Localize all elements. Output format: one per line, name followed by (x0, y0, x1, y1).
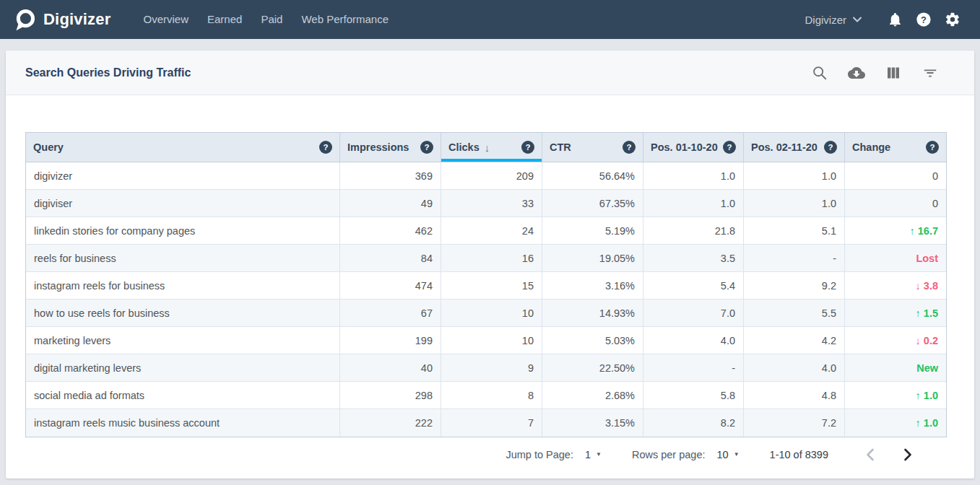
cell-ctr: 3.15% (542, 409, 643, 437)
help-button[interactable]: ? (909, 5, 938, 34)
cell-query: reels for business (26, 245, 340, 272)
chevron-down-icon (853, 17, 862, 22)
card-toolbar (812, 65, 938, 81)
cell-query: marketing levers (26, 327, 340, 354)
up-arrow-icon: ↑ (916, 307, 921, 319)
next-page-button[interactable] (898, 445, 918, 465)
table-row: linkedin stories for company pages462245… (26, 217, 946, 245)
filter-button[interactable] (922, 65, 938, 81)
filter-icon (922, 65, 938, 81)
column-header-impressions[interactable]: Impressions? (340, 133, 441, 162)
cell-pos1: 4.0 (643, 327, 744, 354)
caret-down-icon: ▼ (596, 451, 602, 458)
help-icon[interactable]: ? (521, 141, 534, 154)
help-icon[interactable]: ? (926, 141, 939, 154)
cell-ctr: 22.50% (542, 354, 643, 382)
navbar: Digivizer Overview Earned Paid Web Perfo… (0, 0, 980, 39)
search-button[interactable] (812, 65, 828, 81)
cell-clicks: 209 (441, 162, 542, 190)
cell-query: social media ad formats (26, 382, 340, 409)
prev-page-button[interactable] (860, 445, 880, 465)
column-header-change[interactable]: Change? (845, 133, 946, 162)
rows-per-page-select[interactable]: 10 ▼ (717, 449, 740, 460)
cell-pos1: 7.0 (643, 300, 744, 327)
column-header-query[interactable]: Query? (26, 133, 340, 162)
cell-pos2: 1.0 (744, 162, 845, 190)
up-arrow-icon: ↑ (910, 225, 915, 237)
account-menu[interactable]: Digivizer (805, 14, 862, 26)
table-container: Query?Impressions?Clicks↓?CTR?Pos. 01-10… (25, 132, 974, 437)
cell-pos1: 1.0 (643, 190, 744, 217)
nav-item-overview[interactable]: Overview (134, 0, 199, 39)
settings-button[interactable] (938, 5, 967, 34)
help-icon[interactable]: ? (824, 141, 837, 154)
cell-ctr: 5.03% (542, 327, 643, 354)
cell-clicks: 7 (441, 409, 542, 437)
gear-icon (945, 12, 961, 27)
cell-clicks: 9 (441, 354, 542, 382)
cell-clicks: 8 (441, 382, 542, 409)
chevron-right-icon (903, 448, 912, 461)
column-label: Clicks (448, 141, 480, 153)
columns-button[interactable] (885, 65, 901, 81)
column-header-clicks[interactable]: Clicks↓? (441, 133, 542, 162)
cell-pos2: 9.2 (744, 272, 845, 300)
cell-change: ↑16.7 (845, 217, 946, 245)
cell-clicks: 24 (441, 217, 542, 245)
cell-pos1: 5.8 (643, 382, 744, 409)
up-arrow-icon: ↑ (916, 390, 921, 401)
cell-query: how to use reels for business (26, 300, 340, 327)
cell-clicks: 10 (441, 327, 542, 354)
nav-item-paid[interactable]: Paid (251, 0, 292, 39)
search-queries-table: Query?Impressions?Clicks↓?CTR?Pos. 01-10… (25, 132, 947, 437)
cell-clicks: 33 (441, 190, 542, 217)
cell-impressions: 84 (340, 245, 441, 272)
digivizer-logo-icon (13, 8, 37, 32)
column-header-pos1[interactable]: Pos. 01-10-20? (643, 133, 744, 162)
column-header-ctr[interactable]: CTR? (542, 133, 643, 162)
cell-ctr: 3.16% (542, 272, 643, 300)
help-circle-icon: ? (916, 12, 932, 27)
navbar-right: Digivizer ? (805, 5, 967, 34)
cell-impressions: 462 (340, 217, 441, 245)
column-label: Change (852, 141, 890, 153)
cell-change: 0 (845, 190, 946, 217)
jump-to-page-value: 1 (585, 449, 591, 460)
help-icon[interactable]: ? (420, 141, 433, 154)
cell-impressions: 199 (340, 327, 441, 354)
nav-item-earned[interactable]: Earned (198, 0, 251, 39)
cell-pos2: 5.1 (744, 217, 845, 245)
digivizer-logo[interactable]: Digivizer (13, 8, 111, 32)
column-header-pos2[interactable]: Pos. 02-11-20? (744, 133, 845, 162)
cell-ctr: 56.64% (542, 162, 643, 190)
cell-change: 0 (845, 162, 946, 190)
cell-impressions: 474 (340, 272, 441, 300)
export-button[interactable] (849, 65, 864, 81)
help-icon[interactable]: ? (723, 141, 736, 154)
pagination-range: 1-10 of 8399 (770, 449, 828, 460)
jump-to-page-select[interactable]: 1 ▼ (585, 449, 602, 460)
svg-text:?: ? (921, 14, 927, 25)
down-arrow-icon: ↓ (916, 335, 921, 346)
rows-per-page-label: Rows per page: (632, 449, 706, 460)
help-icon[interactable]: ? (319, 141, 332, 154)
table-row: digital marketing levers40922.50%-4.0New (26, 354, 946, 382)
up-arrow-icon: ↑ (916, 417, 921, 429)
table-row: reels for business841619.05%3.5-Lost (26, 245, 946, 272)
cell-ctr: 5.19% (542, 217, 643, 245)
sort-desc-icon: ↓ (485, 141, 490, 154)
search-queries-card: Search Queries Driving Traffic (6, 51, 974, 479)
nav-item-web-performance[interactable]: Web Performance (292, 0, 398, 39)
cell-pos1: 3.5 (643, 245, 744, 272)
notifications-button[interactable] (880, 5, 909, 34)
search-icon (812, 65, 828, 81)
cell-impressions: 222 (340, 409, 441, 437)
cell-pos2: 5.5 (744, 300, 845, 327)
rows-per-page-value: 10 (717, 449, 729, 460)
cell-query: digivizer (26, 162, 340, 190)
cell-impressions: 49 (340, 190, 441, 217)
cell-query: instagram reels music business account (26, 409, 340, 437)
help-icon[interactable]: ? (623, 141, 636, 154)
table-header-row: Query?Impressions?Clicks↓?CTR?Pos. 01-10… (26, 133, 946, 162)
cell-pos2: 4.8 (744, 382, 845, 409)
